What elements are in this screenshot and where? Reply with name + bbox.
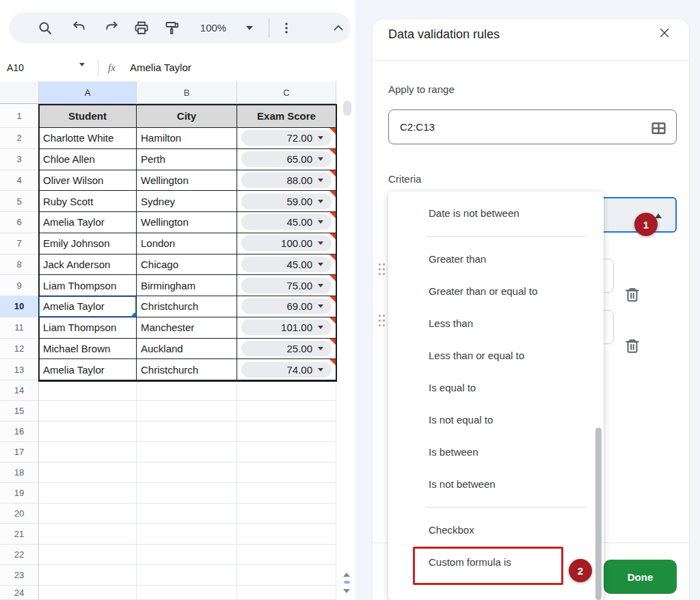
menu-item-less-than[interactable]: Less than	[388, 307, 604, 339]
score-dropdown-chip[interactable]: 65.00	[241, 151, 332, 167]
cell-B24[interactable]	[137, 586, 237, 600]
cell-B20[interactable]	[137, 504, 237, 524]
cell-A7[interactable]: Emily Johnson	[39, 233, 137, 255]
menu-item-less-than-or-equal-to[interactable]: Less than or equal to	[388, 339, 604, 371]
row-header-22[interactable]: 22	[0, 545, 39, 565]
cell-A6[interactable]: Amelia Taylor	[39, 212, 137, 233]
cell-C1[interactable]: Exam Score	[237, 104, 336, 128]
row-header-19[interactable]: 19	[0, 483, 39, 504]
cell-A4[interactable]: Oliver Wilson	[39, 170, 137, 192]
cell-C19[interactable]	[237, 483, 336, 504]
cell-C2[interactable]: 72.00	[237, 128, 336, 149]
row-header-11[interactable]: 11	[0, 317, 39, 339]
cell-B23[interactable]	[137, 565, 237, 586]
score-dropdown-chip[interactable]: 45.00	[241, 214, 332, 230]
cell-A12[interactable]: Michael Brown	[39, 339, 137, 360]
cell-A19[interactable]	[39, 483, 137, 504]
select-data-range-icon[interactable]	[649, 118, 668, 138]
cell-B8[interactable]: Chicago	[137, 255, 237, 276]
menu-item-date-is-not-between[interactable]: Date is not between	[388, 197, 604, 229]
undo-icon[interactable]	[69, 12, 90, 43]
cell-B6[interactable]: Wellington	[137, 212, 237, 233]
cell-B2[interactable]: Hamilton	[137, 128, 237, 149]
select-all-corner[interactable]	[0, 81, 39, 104]
row-header-9[interactable]: 9	[0, 275, 39, 296]
trash-icon-1[interactable]	[621, 284, 643, 306]
cell-B17[interactable]	[137, 442, 237, 462]
cell-A18[interactable]	[39, 462, 137, 483]
row-header-3[interactable]: 3	[0, 149, 39, 170]
menu-item-greater-than[interactable]: Greater than	[388, 243, 604, 275]
cell-B7[interactable]: London	[137, 233, 237, 255]
cell-B18[interactable]	[137, 462, 237, 483]
name-box[interactable]: A10	[7, 55, 24, 81]
close-icon[interactable]	[655, 23, 674, 42]
row-header-5[interactable]: 5	[0, 191, 39, 212]
column-header-C[interactable]: C	[237, 81, 336, 104]
cell-C11[interactable]: 101.00	[237, 317, 336, 339]
row-header-8[interactable]: 8	[0, 255, 39, 276]
cell-A14[interactable]	[39, 380, 137, 401]
cell-A10[interactable]: Amelia Taylor	[39, 296, 137, 317]
drag-handle-icon[interactable]	[379, 315, 386, 335]
cell-C10[interactable]: 69.00	[237, 296, 336, 317]
cell-A5[interactable]: Ruby Scott	[39, 191, 137, 212]
cell-C15[interactable]	[237, 401, 336, 421]
row-header-15[interactable]: 15	[0, 401, 39, 421]
row-header-4[interactable]: 4	[0, 170, 39, 192]
cell-B14[interactable]	[137, 380, 237, 401]
score-dropdown-chip[interactable]: 74.00	[241, 362, 332, 378]
score-dropdown-chip[interactable]: 72.00	[241, 130, 332, 146]
cell-B15[interactable]	[137, 401, 237, 421]
cell-B12[interactable]: Auckland	[137, 339, 237, 360]
drag-handle-icon[interactable]	[379, 263, 386, 284]
cell-B1[interactable]: City	[137, 104, 237, 128]
score-dropdown-chip[interactable]: 45.00	[241, 257, 332, 272]
row-header-12[interactable]: 12	[0, 339, 39, 360]
cell-A9[interactable]: Liam Thompson	[39, 275, 137, 296]
menu-item-is-not-equal-to[interactable]: Is not equal to	[388, 404, 604, 436]
cell-A1[interactable]: Student	[39, 104, 137, 128]
cell-A20[interactable]	[39, 504, 137, 524]
row-header-20[interactable]: 20	[0, 504, 39, 524]
row-header-14[interactable]: 14	[0, 380, 39, 401]
cell-B13[interactable]: Christchurch	[137, 359, 237, 380]
score-dropdown-chip[interactable]: 100.00	[241, 235, 332, 251]
row-header-23[interactable]: 23	[0, 565, 39, 586]
menu-item-checkbox[interactable]: Checkbox	[388, 514, 604, 546]
column-header-A[interactable]: A	[39, 81, 137, 104]
done-button[interactable]: Done	[604, 560, 677, 594]
cell-C18[interactable]	[237, 462, 336, 483]
score-dropdown-chip[interactable]: 59.00	[241, 194, 332, 209]
cell-A17[interactable]	[39, 442, 137, 462]
cell-A23[interactable]	[39, 565, 137, 586]
cell-A11[interactable]: Liam Thompson	[39, 317, 137, 339]
menu-item-greater-than-or-equal-to[interactable]: Greater than or equal to	[388, 275, 604, 307]
print-icon[interactable]	[131, 12, 152, 43]
cell-C23[interactable]	[237, 565, 336, 586]
cell-C7[interactable]: 100.00	[237, 233, 336, 255]
cell-C14[interactable]	[237, 380, 336, 401]
fill-handle[interactable]	[132, 313, 137, 317]
row-header-6[interactable]: 6	[0, 212, 39, 233]
cell-A22[interactable]	[39, 545, 137, 565]
cell-C13[interactable]: 74.00	[237, 359, 336, 380]
cell-C8[interactable]: 45.00	[237, 255, 336, 276]
cell-A21[interactable]	[39, 524, 137, 545]
scroll-down-arrow-icon[interactable]	[341, 587, 352, 595]
cell-A3[interactable]: Chloe Allen	[39, 149, 137, 170]
cell-A16[interactable]	[39, 421, 137, 442]
cell-A13[interactable]: Amelia Taylor	[39, 359, 137, 380]
collapse-toolbar-icon[interactable]	[327, 12, 349, 43]
score-dropdown-chip[interactable]: 75.00	[241, 278, 332, 294]
cell-B9[interactable]: Birmingham	[137, 275, 237, 296]
row-header-2[interactable]: 2	[0, 128, 39, 149]
menu-scrollbar-thumb[interactable]	[595, 428, 602, 600]
cell-B4[interactable]: Wellington	[137, 170, 237, 192]
more-options-icon[interactable]	[277, 12, 296, 43]
row-header-17[interactable]: 17	[0, 442, 39, 462]
cell-A8[interactable]: Jack Anderson	[39, 255, 137, 276]
mini-scrollbar-thumb[interactable]	[344, 581, 350, 584]
sheet-vertical-scrollbar-thumb[interactable]	[343, 101, 351, 116]
row-header-7[interactable]: 7	[0, 233, 39, 255]
